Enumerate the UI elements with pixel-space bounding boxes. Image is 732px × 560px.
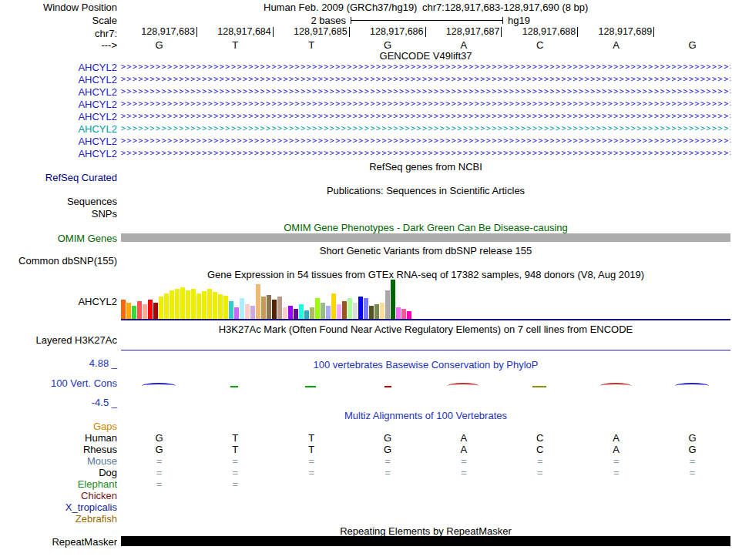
alignment-cell: = [426, 455, 502, 467]
track-title-gencode[interactable]: GENCODE V49lift37 [121, 50, 730, 62]
tissue-expression-bar [191, 289, 196, 320]
alignment-cell [426, 478, 502, 490]
tissue-expression-bar [196, 293, 201, 320]
alignment-cell [274, 478, 350, 490]
alignment-cell: G [654, 444, 730, 455]
alignment-cell: = [197, 455, 274, 467]
track-title-dbsnp[interactable]: Short Genetic Variants from dbSNP releas… [121, 245, 730, 257]
omim-gene-bar[interactable] [121, 233, 730, 242]
species-label-rhesus[interactable]: Rhesus [0, 444, 117, 455]
publications-snps-label: SNPs [0, 208, 117, 220]
gene-label-ahcyl2[interactable]: AHCYL2 [0, 99, 117, 110]
position-display: chr7:128,917,683-128,917,690 (8 bp) [422, 2, 588, 13]
alignment-cell: = [121, 478, 197, 490]
alignment-row-elephant: == [121, 478, 730, 490]
track-title-h3k27ac[interactable]: H3K27Ac Mark (Often Found Near Active Re… [121, 324, 730, 335]
species-label-elephant[interactable]: Elephant [0, 478, 117, 490]
tissue-expression-bar [137, 301, 142, 320]
species-label-zebrafish[interactable]: Zebrafish [0, 513, 117, 525]
track-title-multiz[interactable]: Multiz Alignments of 100 Vertebrates [121, 410, 730, 421]
gene-label-ahcyl2[interactable]: AHCYL2 [0, 136, 117, 147]
gene-label-ahcyl2[interactable]: AHCYL2 [0, 111, 117, 122]
base-letter: G [654, 39, 730, 51]
tissue-expression-bar [250, 306, 255, 320]
tissue-expression-bar [401, 309, 406, 320]
coordinate-label: 128,917,688 [502, 27, 578, 37]
gene-label-ahcyl2[interactable]: AHCYL2 [0, 123, 117, 135]
repeatmasker-bar[interactable] [121, 536, 730, 546]
alignment-cell: = [274, 455, 350, 467]
coordinate-label: 128,917,686 [350, 27, 426, 37]
tissue-expression-bar [267, 295, 271, 320]
scale-value: 2 bases [121, 15, 346, 26]
scale-tick-right [502, 17, 503, 24]
track-title-omim[interactable]: OMIM Gene Phenotypes - Dark Green Can Be… [121, 222, 730, 233]
wiggle-arc [675, 383, 709, 389]
gene-transcript-track[interactable]: >>>>>>>>>>>>>>>>>>>>>>>>>>>>>>>>>>>>>>>>… [121, 148, 730, 159]
chrom-label: chr7: [0, 28, 117, 39]
tissue-expression-bar [245, 304, 250, 320]
base-letter: A [426, 39, 502, 51]
tissue-expression-bar [229, 301, 233, 320]
gene-label-ahcyl2[interactable]: AHCYL2 [0, 74, 117, 86]
gtex-expression-bars[interactable] [121, 280, 411, 320]
genome-browser: Window Position Human Feb. 2009 (GRCh37/… [0, 0, 732, 560]
gene-transcript-track[interactable]: >>>>>>>>>>>>>>>>>>>>>>>>>>>>>>>>>>>>>>>>… [121, 111, 730, 122]
gene-transcript-track[interactable]: >>>>>>>>>>>>>>>>>>>>>>>>>>>>>>>>>>>>>>>>… [121, 99, 730, 110]
alignment-cell: A [426, 444, 502, 455]
species-label-dog[interactable]: Dog [0, 467, 117, 478]
tissue-expression-bar [164, 293, 169, 320]
refseq-curated-label[interactable]: RefSeq Curated [0, 172, 117, 183]
tissue-expression-bar [391, 280, 395, 320]
track-title-conservation[interactable]: 100 vertebrates Basewise Conservation by… [121, 359, 730, 371]
track-title-repeatmasker[interactable]: Repeating Elements by RepeatMasker [121, 525, 730, 537]
tissue-expression-bar [310, 307, 314, 320]
gene-transcript-track[interactable]: >>>>>>>>>>>>>>>>>>>>>>>>>>>>>>>>>>>>>>>>… [121, 86, 730, 98]
coordinate-label: 128,917,685 [274, 27, 350, 37]
tissue-expression-bar [159, 297, 163, 320]
gene-label-ahcyl2[interactable]: AHCYL2 [0, 148, 117, 159]
tissue-expression-bar [148, 300, 153, 320]
alignment-cell: = [426, 467, 502, 478]
tissue-expression-bar [364, 298, 368, 320]
coordinate-ruler: 128,917,683128,917,684128,917,685128,917… [121, 27, 654, 37]
wiggle-dash [532, 386, 546, 387]
gtex-gene-label[interactable]: AHCYL2 [0, 296, 117, 307]
tissue-expression-bar [315, 298, 320, 320]
gene-label-ahcyl2[interactable]: AHCYL2 [0, 86, 117, 98]
scale-tick-left [351, 17, 351, 24]
alignment-cell: = [654, 455, 730, 467]
track-title-refseq[interactable]: RefSeq genes from NCBI [121, 161, 730, 173]
species-label-human[interactable]: Human [0, 432, 117, 444]
tissue-expression-bar [299, 304, 304, 320]
tissue-expression-bar [202, 291, 207, 320]
species-label-chicken[interactable]: Chicken [0, 490, 117, 501]
track-title-gtex[interactable]: Gene Expression in 54 tissues from GTEx … [121, 269, 730, 280]
gene-transcript-track[interactable]: >>>>>>>>>>>>>>>>>>>>>>>>>>>>>>>>>>>>>>>>… [121, 136, 730, 147]
species-label-gaps[interactable]: Gaps [0, 421, 117, 432]
tissue-expression-bar [234, 307, 239, 320]
gene-transcript-track[interactable]: >>>>>>>>>>>>>>>>>>>>>>>>>>>>>>>>>>>>>>>>… [121, 62, 730, 73]
gene-label-ahcyl2[interactable]: AHCYL2 [0, 62, 117, 73]
publications-sequences-label: Sequences [0, 196, 117, 207]
alignment-cell: = [502, 467, 578, 478]
tissue-expression-bar [288, 306, 293, 320]
alignment-cell: = [350, 467, 426, 478]
alignment-cell: A [578, 444, 654, 455]
tissue-expression-bar [321, 303, 325, 320]
gene-transcript-track[interactable]: >>>>>>>>>>>>>>>>>>>>>>>>>>>>>>>>>>>>>>>>… [121, 123, 730, 135]
track-title-publications[interactable]: Publications: Sequences in Scientific Ar… [121, 185, 730, 196]
gene-transcript-track[interactable]: >>>>>>>>>>>>>>>>>>>>>>>>>>>>>>>>>>>>>>>>… [121, 74, 730, 86]
alignment-cell: C [502, 444, 578, 455]
species-label-mouse[interactable]: Mouse [0, 455, 117, 467]
alignment-cell: G [654, 432, 730, 444]
tissue-expression-bar [380, 303, 384, 320]
conservation-track-label: 100 Vert. Cons [0, 377, 117, 389]
scale-label: Scale [0, 15, 117, 26]
species-label-x-tropicalis[interactable]: X_tropicalis [0, 501, 117, 513]
scale-bar [351, 20, 502, 21]
wiggle-dash [230, 386, 238, 387]
tissue-expression-bar [223, 296, 228, 320]
tissue-expression-bar [358, 297, 363, 320]
conservation-max-label: 4.88 _ [0, 357, 117, 369]
